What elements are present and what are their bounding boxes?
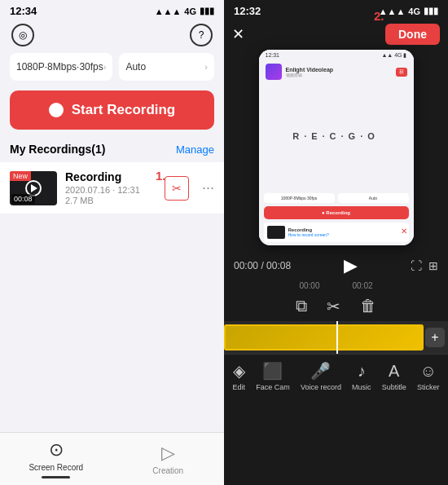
step-2-label: 2.	[374, 9, 384, 23]
close-button[interactable]: ✕	[232, 25, 244, 43]
tab-active-indicator	[42, 476, 70, 478]
help-icon[interactable]: ?	[190, 24, 213, 46]
right-top-bar: ✕ 2. Done	[224, 20, 448, 50]
tab-screen-record[interactable]: ⊙ Screen Record	[0, 433, 112, 485]
music-label: Music	[352, 383, 371, 391]
quality-chevron: ›	[103, 62, 107, 72]
screen-record-icon: ⊙	[49, 439, 64, 461]
phone-rec-thumb	[267, 226, 285, 239]
voice-record-icon: 🎤	[310, 361, 331, 381]
recording-name: Recording	[65, 170, 156, 183]
edit-tool-icon: ◈	[233, 361, 245, 381]
phone-time: 12:31	[266, 52, 280, 59]
delete-tool-icon[interactable]: 🗑	[360, 297, 376, 316]
recordings-title: My Recordings(1)	[10, 143, 105, 156]
target-icon[interactable]: ◎	[11, 24, 34, 46]
done-button[interactable]: 2. Done	[385, 24, 440, 45]
layout-icon[interactable]: ⊞	[428, 259, 438, 272]
sticker-icon: ☺	[419, 362, 436, 381]
recording-info: Recording 2020.07.16 · 12:31 2.7 MB	[65, 170, 156, 205]
manage-link[interactable]: Manage	[176, 143, 214, 156]
recording-date: 2020.07.16 · 12:31	[65, 185, 156, 195]
quality-option[interactable]: 1080P·8Mbps·30fps ›	[10, 53, 112, 81]
phone-preview: 12:31 ▲▲ 4G ▮ Enlight Videoleap 视频剪辑 获 R…	[259, 50, 414, 245]
cut-tool-icon[interactable]: ✂	[327, 297, 340, 316]
app-icon	[266, 64, 282, 80]
record-btn-label: Start Recording	[72, 102, 176, 118]
edit-tool[interactable]: ◈ Edit	[233, 361, 246, 391]
left-tab-bar: ⊙ Screen Record ▷ Creation	[0, 432, 224, 485]
play-button-main[interactable]: ▶	[344, 255, 358, 276]
mode-option[interactable]: Auto ›	[119, 53, 214, 81]
right-status-bar: 12:32 ▲▲▲ 4G ▮▮▮	[224, 0, 448, 20]
time-bar: 00:00 / 00:08 ▶ ⛶ ⊞	[224, 250, 448, 280]
quality-label: 1080P·8Mbps·30fps	[16, 61, 103, 73]
phone-rec-item: Recording How to record screen?	[264, 223, 409, 242]
add-clip-button[interactable]: +	[425, 328, 445, 347]
app-info: Enlight Videoleap 视频剪辑	[286, 67, 334, 77]
signal-icon: ▲▲▲	[155, 7, 182, 16]
voice-record-tool[interactable]: 🎤 Voice record	[301, 361, 341, 391]
right-time: 12:32	[234, 5, 261, 17]
subtitle-tool[interactable]: A Subtitle	[382, 362, 406, 391]
timeline-clip[interactable]	[224, 324, 424, 351]
facecam-tool[interactable]: ⬛ Face Cam	[256, 361, 290, 391]
plus-icon: +	[431, 330, 438, 345]
app-name: Enlight Videoleap	[286, 67, 334, 73]
network-icon: 4G	[184, 7, 196, 16]
phone-link: How to record screen?	[288, 232, 329, 237]
facecam-label: Face Cam	[256, 383, 290, 391]
music-tool[interactable]: ♪ Music	[352, 362, 371, 391]
edit-tools: ⧉ ✂ 🗑	[224, 292, 448, 321]
mode-chevron: ›	[204, 62, 208, 72]
tab-creation-label: Creation	[152, 466, 183, 475]
duration-badge: 00:08	[11, 194, 35, 204]
timeline-strip: +	[224, 321, 448, 354]
phone-quality: 1080P·8Mbps·30fps	[264, 193, 335, 203]
subtitle-label: Subtitle	[382, 383, 406, 391]
edit-tool-label: Edit	[233, 383, 246, 391]
get-btn: 获	[396, 68, 407, 77]
subtitle-icon: A	[389, 362, 399, 381]
right-panel: 12:32 ▲▲▲ 4G ▮▮▮ ✕ 2. Done 12:31 ▲▲ 4G ▮	[224, 0, 448, 485]
right-status-icons: ▲▲▲ 4G ▮▮▮	[379, 6, 438, 16]
done-label: Done	[398, 28, 427, 41]
cut-button[interactable]: 1. ✂	[165, 176, 189, 201]
right-battery-icon: ▮▮▮	[424, 6, 438, 16]
app-sub: 视频剪辑	[286, 73, 334, 77]
play-triangle-icon	[31, 184, 37, 192]
facecam-icon: ⬛	[262, 361, 283, 381]
left-top-icons: ◎ ?	[0, 20, 224, 53]
creation-icon: ▷	[161, 443, 175, 464]
phone-options: 1080P·8Mbps·30fps Auto	[259, 190, 414, 206]
phone-status-bar: 12:31 ▲▲ 4G ▮	[259, 50, 414, 61]
music-icon: ♪	[358, 362, 366, 381]
phone-record-btn: ● Recording	[264, 206, 409, 219]
recordings-header: My Recordings(1) Manage	[0, 143, 224, 162]
left-panel: 12:34 ▲▲▲ 4G ▮▮▮ ◎ ? 1080P·8Mbps·30fps ›…	[0, 0, 224, 485]
left-time: 12:34	[10, 5, 37, 17]
sticker-tool[interactable]: ☺ Sticker	[417, 362, 440, 391]
tab-screen-record-label: Screen Record	[29, 463, 83, 472]
copy-tool-icon[interactable]: ⧉	[296, 297, 307, 316]
voice-record-label: Voice record	[301, 383, 341, 391]
recording-thumbnail[interactable]: 00:08 New	[10, 171, 57, 205]
step-1-label: 1.	[156, 169, 166, 183]
new-badge: New	[10, 171, 31, 181]
tab-creation[interactable]: ▷ Creation	[112, 433, 225, 485]
right-network-icon: 4G	[408, 7, 420, 16]
fullscreen-icon[interactable]: ⛶	[411, 259, 422, 272]
phone-signal: ▲▲ 4G ▮	[381, 52, 406, 59]
record-dot-icon	[49, 103, 64, 117]
mode-label: Auto	[125, 61, 146, 73]
more-options-button[interactable]: ···	[202, 179, 214, 196]
ruler-mark-1: 00:02	[353, 281, 373, 290]
start-recording-button[interactable]: Start Recording	[10, 90, 214, 130]
recording-size: 2.7 MB	[65, 196, 156, 205]
time-total: 00:08	[266, 260, 291, 271]
view-icons: ⛶ ⊞	[411, 259, 438, 272]
phone-close-x: ✕	[401, 227, 407, 236]
sticker-label: Sticker	[417, 383, 440, 391]
left-options: 1080P·8Mbps·30fps › Auto ›	[0, 53, 224, 81]
time-display: 00:00 / 00:08	[234, 260, 291, 271]
